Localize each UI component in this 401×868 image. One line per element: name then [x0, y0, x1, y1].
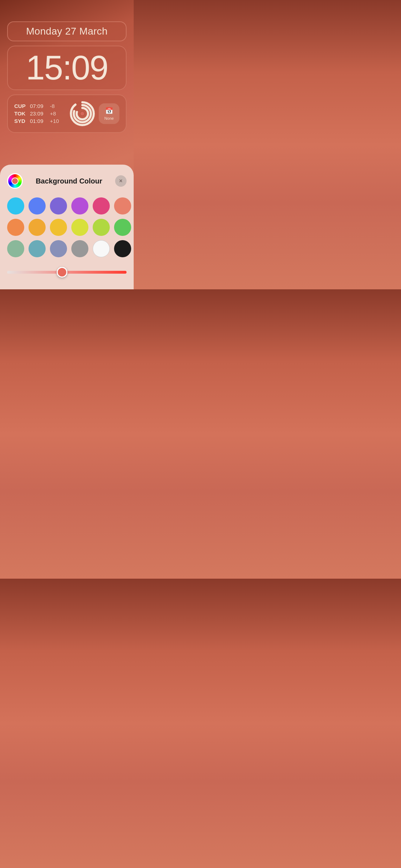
- color-swatch-hot-pink[interactable]: [93, 197, 110, 215]
- color-wheel-icon: [7, 173, 23, 189]
- city-times-list: CUP 07:09 -8 TOK 23:09 +8 SYD 01:09 +10: [14, 103, 59, 124]
- world-clock-icons: 📅 None: [70, 101, 119, 126]
- color-swatches-grid: [7, 197, 127, 257]
- color-swatch-white[interactable]: [93, 240, 110, 257]
- clock-time: 15:09: [26, 48, 108, 87]
- none-button[interactable]: 📅 None: [99, 103, 119, 124]
- city-row-tok: TOK 23:09 +8: [14, 110, 59, 117]
- date-widget[interactable]: Monday 27 March: [7, 21, 127, 41]
- color-swatch-green[interactable]: [114, 219, 131, 236]
- calendar-icon: 📅: [105, 107, 113, 115]
- slider-thumb[interactable]: [57, 267, 67, 278]
- close-icon: ×: [119, 178, 122, 184]
- world-clock-widget[interactable]: CUP 07:09 -8 TOK 23:09 +8 SYD 01:09 +10: [7, 94, 127, 133]
- svg-point-7: [81, 112, 84, 115]
- clock-widget[interactable]: 15:09: [7, 46, 127, 90]
- city-code-syd: SYD: [14, 118, 27, 124]
- color-swatch-yellow[interactable]: [50, 219, 67, 236]
- color-swatch-teal[interactable]: [29, 240, 46, 257]
- city-code-tok: TOK: [14, 110, 27, 117]
- color-swatch-blue[interactable]: [29, 197, 46, 215]
- color-swatch-orange[interactable]: [7, 219, 24, 236]
- widgets-container: Monday 27 March 15:09 CUP 07:09 -8 TOK 2…: [7, 21, 127, 133]
- city-time-syd: 01:09: [30, 118, 47, 124]
- activity-rings-icon[interactable]: [70, 101, 95, 126]
- color-swatch-black[interactable]: [114, 240, 131, 257]
- sheet-header: Background Colour ×: [7, 173, 127, 189]
- date-label: Monday 27 March: [26, 26, 108, 37]
- color-swatch-sage[interactable]: [7, 240, 24, 257]
- color-swatch-gray[interactable]: [71, 240, 88, 257]
- color-swatch-slate-purple[interactable]: [50, 240, 67, 257]
- color-swatch-indigo[interactable]: [50, 197, 67, 215]
- sheet-title: Background Colour: [36, 177, 102, 185]
- color-swatch-amber[interactable]: [29, 219, 46, 236]
- city-code-cup: CUP: [14, 103, 27, 109]
- color-swatch-salmon[interactable]: [114, 197, 131, 215]
- none-label: None: [104, 116, 114, 120]
- color-swatch-lime-yellow[interactable]: [71, 219, 88, 236]
- color-wheel-inner-circle: [11, 177, 19, 185]
- city-offset-cup: -8: [50, 103, 55, 109]
- color-swatch-purple[interactable]: [71, 197, 88, 215]
- close-button[interactable]: ×: [115, 175, 127, 187]
- city-time-cup: 07:09: [30, 103, 47, 109]
- color-swatch-cyan[interactable]: [7, 197, 24, 215]
- color-intensity-slider[interactable]: [7, 266, 127, 279]
- city-offset-syd: +10: [50, 118, 59, 124]
- city-time-tok: 23:09: [30, 110, 47, 117]
- city-row-syd: SYD 01:09 +10: [14, 118, 59, 124]
- background-colour-sheet: Background Colour ×: [0, 165, 134, 289]
- color-swatch-yellow-green[interactable]: [93, 219, 110, 236]
- city-row-cup: CUP 07:09 -8: [14, 103, 59, 109]
- city-offset-tok: +8: [50, 110, 56, 117]
